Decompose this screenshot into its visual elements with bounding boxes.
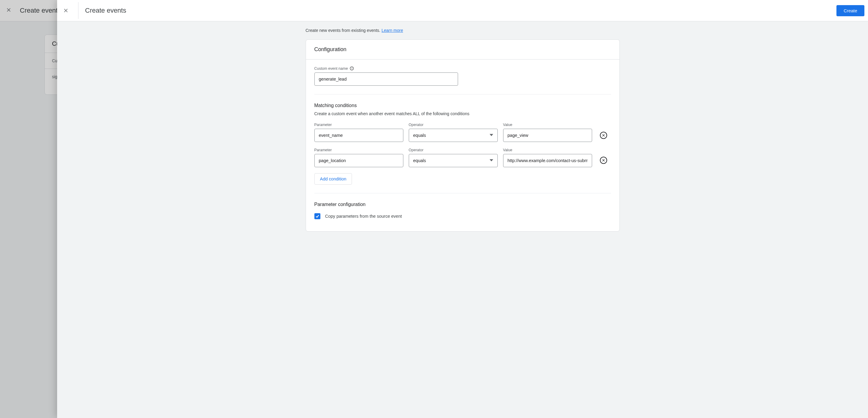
learn-more-link[interactable]: Learn more (381, 28, 403, 33)
condition-row: equals (314, 129, 611, 142)
chevron-down-icon (490, 158, 493, 163)
matching-conditions-title: Matching conditions (314, 103, 611, 108)
configuration-card: Configuration Custom event name ? Matchi… (306, 39, 620, 232)
create-event-panel: Create events Create Create new events f… (57, 0, 868, 418)
condition-row: Parameter Operator equals Value (314, 148, 611, 167)
condition-header-row: Parameter Operator Value (314, 123, 611, 127)
event-name-input[interactable] (314, 72, 458, 86)
col-parameter-label: Parameter (314, 123, 403, 127)
create-button[interactable]: Create (836, 5, 864, 16)
operator-select[interactable]: equals (409, 154, 498, 167)
matching-conditions-subtitle: Create a custom event when another event… (314, 111, 611, 116)
header-divider (78, 2, 79, 19)
panel-title: Create events (85, 7, 836, 14)
value-input[interactable] (503, 129, 592, 142)
copy-params-row: Copy parameters from the source event (314, 213, 611, 219)
col-operator-label: Operator (409, 123, 498, 127)
close-icon[interactable] (63, 8, 68, 13)
parameter-input[interactable] (314, 154, 403, 167)
add-condition-button[interactable]: Add condition (314, 173, 352, 185)
copy-params-checkbox[interactable] (314, 213, 320, 219)
parameter-configuration-title: Parameter configuration (314, 202, 611, 207)
event-name-label: Custom event name ? (314, 66, 611, 71)
svg-text:?: ? (351, 67, 353, 70)
panel-body: Create new events from existing events. … (57, 21, 868, 418)
operator-select[interactable]: equals (409, 129, 498, 142)
parameter-input[interactable] (314, 129, 403, 142)
chevron-down-icon (490, 133, 493, 138)
copy-params-label: Copy parameters from the source event (325, 214, 402, 219)
intro-text: Create new events from existing events. … (306, 21, 620, 39)
remove-condition-button[interactable] (600, 157, 607, 164)
help-icon[interactable]: ? (349, 66, 354, 71)
panel-header: Create events Create (57, 0, 868, 21)
card-title: Configuration (306, 40, 619, 60)
remove-condition-button[interactable] (600, 132, 607, 139)
col-value-label: Value (503, 123, 592, 127)
value-input[interactable] (503, 154, 592, 167)
